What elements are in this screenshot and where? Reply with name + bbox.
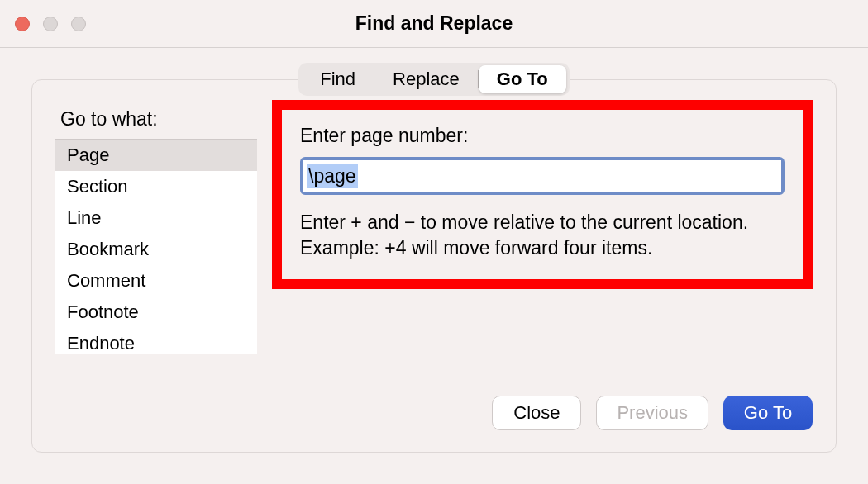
panel: Go to what: Page Section Line Bookmark C…	[31, 79, 837, 453]
list-item-line[interactable]: Line	[55, 202, 257, 234]
tab-replace[interactable]: Replace	[374, 65, 478, 93]
previous-button: Previous	[596, 396, 708, 430]
tab-find[interactable]: Find	[302, 65, 374, 93]
dialog-frame: Find Replace Go To Go to what: Page Sect…	[0, 48, 868, 467]
goto-input-value: \page	[307, 164, 358, 188]
close-button[interactable]: Close	[492, 396, 581, 430]
goto-what-list[interactable]: Page Section Line Bookmark Comment Footn…	[55, 139, 257, 354]
list-item-section[interactable]: Section	[55, 171, 257, 202]
list-item-bookmark[interactable]: Bookmark	[55, 234, 257, 265]
tabbar-wrap: Find Replace Go To	[31, 63, 837, 96]
goto-what-label: Go to what:	[60, 108, 257, 130]
list-item-comment[interactable]: Comment	[55, 265, 257, 297]
goto-what-section: Go to what: Page Section Line Bookmark C…	[55, 108, 257, 354]
footer-buttons: Close Previous Go To	[492, 396, 813, 430]
tabbar: Find Replace Go To	[298, 63, 569, 96]
window-title: Find and Replace	[0, 12, 868, 35]
tab-go-to[interactable]: Go To	[479, 65, 566, 93]
goto-input-wrap[interactable]: \page	[300, 157, 785, 195]
goto-hint-text: Enter + and − to move relative to the cu…	[300, 210, 785, 261]
list-item-page[interactable]: Page	[55, 140, 257, 171]
titlebar: Find and Replace	[0, 0, 868, 48]
list-item-footnote[interactable]: Footnote	[55, 297, 257, 328]
goto-input-label: Enter page number:	[300, 125, 785, 147]
content-row: Go to what: Page Section Line Bookmark C…	[55, 108, 813, 354]
goto-input[interactable]: \page	[303, 160, 781, 192]
highlighted-region: Enter page number: \page Enter + and − t…	[272, 100, 813, 289]
list-item-endnote[interactable]: Endnote	[55, 328, 257, 354]
go-to-button[interactable]: Go To	[723, 396, 813, 430]
